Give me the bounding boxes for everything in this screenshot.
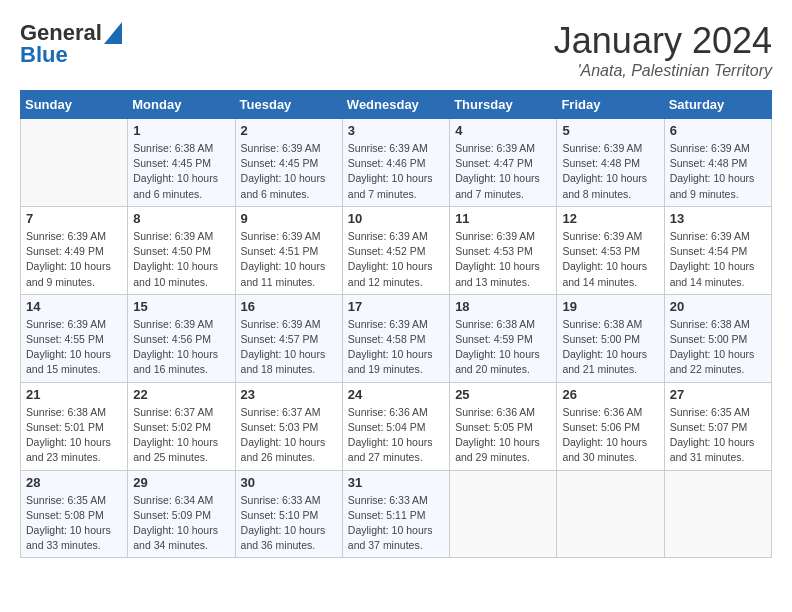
day-number: 21: [26, 387, 122, 402]
calendar-day-cell: 18Sunrise: 6:38 AM Sunset: 4:59 PM Dayli…: [450, 294, 557, 382]
calendar-day-cell: 21Sunrise: 6:38 AM Sunset: 5:01 PM Dayli…: [21, 382, 128, 470]
calendar-week-row: 28Sunrise: 6:35 AM Sunset: 5:08 PM Dayli…: [21, 470, 772, 558]
day-info: Sunrise: 6:34 AM Sunset: 5:09 PM Dayligh…: [133, 493, 229, 554]
calendar-week-row: 14Sunrise: 6:39 AM Sunset: 4:55 PM Dayli…: [21, 294, 772, 382]
day-info: Sunrise: 6:39 AM Sunset: 4:51 PM Dayligh…: [241, 229, 337, 290]
svg-marker-0: [104, 22, 122, 44]
day-number: 30: [241, 475, 337, 490]
calendar-day-cell: 12Sunrise: 6:39 AM Sunset: 4:53 PM Dayli…: [557, 206, 664, 294]
day-info: Sunrise: 6:37 AM Sunset: 5:03 PM Dayligh…: [241, 405, 337, 466]
calendar-day-cell: 6Sunrise: 6:39 AM Sunset: 4:48 PM Daylig…: [664, 119, 771, 207]
calendar-day-cell: 15Sunrise: 6:39 AM Sunset: 4:56 PM Dayli…: [128, 294, 235, 382]
day-number: 11: [455, 211, 551, 226]
calendar-day-cell: 4Sunrise: 6:39 AM Sunset: 4:47 PM Daylig…: [450, 119, 557, 207]
day-info: Sunrise: 6:33 AM Sunset: 5:10 PM Dayligh…: [241, 493, 337, 554]
calendar-day-cell: 25Sunrise: 6:36 AM Sunset: 5:05 PM Dayli…: [450, 382, 557, 470]
day-number: 14: [26, 299, 122, 314]
calendar-day-cell: 13Sunrise: 6:39 AM Sunset: 4:54 PM Dayli…: [664, 206, 771, 294]
day-info: Sunrise: 6:39 AM Sunset: 4:58 PM Dayligh…: [348, 317, 444, 378]
day-number: 25: [455, 387, 551, 402]
day-info: Sunrise: 6:38 AM Sunset: 4:45 PM Dayligh…: [133, 141, 229, 202]
day-number: 1: [133, 123, 229, 138]
day-number: 24: [348, 387, 444, 402]
day-info: Sunrise: 6:36 AM Sunset: 5:04 PM Dayligh…: [348, 405, 444, 466]
calendar-day-cell: 17Sunrise: 6:39 AM Sunset: 4:58 PM Dayli…: [342, 294, 449, 382]
day-info: Sunrise: 6:39 AM Sunset: 4:48 PM Dayligh…: [562, 141, 658, 202]
calendar-day-cell: 24Sunrise: 6:36 AM Sunset: 5:04 PM Dayli…: [342, 382, 449, 470]
day-number: 9: [241, 211, 337, 226]
day-info: Sunrise: 6:39 AM Sunset: 4:45 PM Dayligh…: [241, 141, 337, 202]
day-info: Sunrise: 6:35 AM Sunset: 5:07 PM Dayligh…: [670, 405, 766, 466]
calendar-day-cell: 23Sunrise: 6:37 AM Sunset: 5:03 PM Dayli…: [235, 382, 342, 470]
day-number: 15: [133, 299, 229, 314]
day-number: 13: [670, 211, 766, 226]
day-info: Sunrise: 6:39 AM Sunset: 4:57 PM Dayligh…: [241, 317, 337, 378]
day-number: 31: [348, 475, 444, 490]
day-info: Sunrise: 6:39 AM Sunset: 4:54 PM Dayligh…: [670, 229, 766, 290]
calendar-week-row: 1Sunrise: 6:38 AM Sunset: 4:45 PM Daylig…: [21, 119, 772, 207]
calendar-day-cell: [21, 119, 128, 207]
day-of-week-header: Friday: [557, 91, 664, 119]
day-number: 5: [562, 123, 658, 138]
calendar-day-cell: 30Sunrise: 6:33 AM Sunset: 5:10 PM Dayli…: [235, 470, 342, 558]
calendar-day-cell: 11Sunrise: 6:39 AM Sunset: 4:53 PM Dayli…: [450, 206, 557, 294]
title-block: January 2024 'Anata, Palestinian Territo…: [554, 20, 772, 80]
main-title: January 2024: [554, 20, 772, 62]
day-number: 17: [348, 299, 444, 314]
day-info: Sunrise: 6:38 AM Sunset: 5:01 PM Dayligh…: [26, 405, 122, 466]
day-of-week-header: Sunday: [21, 91, 128, 119]
day-number: 28: [26, 475, 122, 490]
day-number: 8: [133, 211, 229, 226]
logo: General Blue: [20, 20, 122, 68]
logo-triangle-icon: [104, 22, 122, 44]
day-info: Sunrise: 6:39 AM Sunset: 4:53 PM Dayligh…: [562, 229, 658, 290]
calendar-header-row: SundayMondayTuesdayWednesdayThursdayFrid…: [21, 91, 772, 119]
calendar-week-row: 21Sunrise: 6:38 AM Sunset: 5:01 PM Dayli…: [21, 382, 772, 470]
day-number: 7: [26, 211, 122, 226]
day-number: 6: [670, 123, 766, 138]
day-info: Sunrise: 6:35 AM Sunset: 5:08 PM Dayligh…: [26, 493, 122, 554]
calendar-day-cell: 7Sunrise: 6:39 AM Sunset: 4:49 PM Daylig…: [21, 206, 128, 294]
calendar-day-cell: 22Sunrise: 6:37 AM Sunset: 5:02 PM Dayli…: [128, 382, 235, 470]
calendar-day-cell: 14Sunrise: 6:39 AM Sunset: 4:55 PM Dayli…: [21, 294, 128, 382]
day-info: Sunrise: 6:39 AM Sunset: 4:46 PM Dayligh…: [348, 141, 444, 202]
day-number: 22: [133, 387, 229, 402]
calendar-day-cell: 16Sunrise: 6:39 AM Sunset: 4:57 PM Dayli…: [235, 294, 342, 382]
calendar-day-cell: 26Sunrise: 6:36 AM Sunset: 5:06 PM Dayli…: [557, 382, 664, 470]
day-number: 10: [348, 211, 444, 226]
day-info: Sunrise: 6:38 AM Sunset: 4:59 PM Dayligh…: [455, 317, 551, 378]
subtitle: 'Anata, Palestinian Territory: [554, 62, 772, 80]
day-of-week-header: Tuesday: [235, 91, 342, 119]
calendar-day-cell: 20Sunrise: 6:38 AM Sunset: 5:00 PM Dayli…: [664, 294, 771, 382]
day-info: Sunrise: 6:39 AM Sunset: 4:49 PM Dayligh…: [26, 229, 122, 290]
day-of-week-header: Wednesday: [342, 91, 449, 119]
calendar-day-cell: 27Sunrise: 6:35 AM Sunset: 5:07 PM Dayli…: [664, 382, 771, 470]
calendar-table: SundayMondayTuesdayWednesdayThursdayFrid…: [20, 90, 772, 558]
page-header: General Blue January 2024 'Anata, Palest…: [20, 20, 772, 80]
day-info: Sunrise: 6:36 AM Sunset: 5:05 PM Dayligh…: [455, 405, 551, 466]
calendar-day-cell: 19Sunrise: 6:38 AM Sunset: 5:00 PM Dayli…: [557, 294, 664, 382]
calendar-day-cell: 8Sunrise: 6:39 AM Sunset: 4:50 PM Daylig…: [128, 206, 235, 294]
day-number: 29: [133, 475, 229, 490]
day-info: Sunrise: 6:39 AM Sunset: 4:53 PM Dayligh…: [455, 229, 551, 290]
day-info: Sunrise: 6:39 AM Sunset: 4:47 PM Dayligh…: [455, 141, 551, 202]
calendar-day-cell: 10Sunrise: 6:39 AM Sunset: 4:52 PM Dayli…: [342, 206, 449, 294]
day-of-week-header: Monday: [128, 91, 235, 119]
day-number: 4: [455, 123, 551, 138]
calendar-day-cell: 28Sunrise: 6:35 AM Sunset: 5:08 PM Dayli…: [21, 470, 128, 558]
calendar-day-cell: 29Sunrise: 6:34 AM Sunset: 5:09 PM Dayli…: [128, 470, 235, 558]
day-info: Sunrise: 6:39 AM Sunset: 4:55 PM Dayligh…: [26, 317, 122, 378]
day-info: Sunrise: 6:36 AM Sunset: 5:06 PM Dayligh…: [562, 405, 658, 466]
day-info: Sunrise: 6:39 AM Sunset: 4:52 PM Dayligh…: [348, 229, 444, 290]
day-of-week-header: Saturday: [664, 91, 771, 119]
day-info: Sunrise: 6:38 AM Sunset: 5:00 PM Dayligh…: [562, 317, 658, 378]
day-number: 26: [562, 387, 658, 402]
calendar-day-cell: 9Sunrise: 6:39 AM Sunset: 4:51 PM Daylig…: [235, 206, 342, 294]
calendar-day-cell: 3Sunrise: 6:39 AM Sunset: 4:46 PM Daylig…: [342, 119, 449, 207]
day-info: Sunrise: 6:39 AM Sunset: 4:56 PM Dayligh…: [133, 317, 229, 378]
day-info: Sunrise: 6:37 AM Sunset: 5:02 PM Dayligh…: [133, 405, 229, 466]
calendar-day-cell: 1Sunrise: 6:38 AM Sunset: 4:45 PM Daylig…: [128, 119, 235, 207]
day-info: Sunrise: 6:39 AM Sunset: 4:50 PM Dayligh…: [133, 229, 229, 290]
day-number: 23: [241, 387, 337, 402]
day-info: Sunrise: 6:39 AM Sunset: 4:48 PM Dayligh…: [670, 141, 766, 202]
